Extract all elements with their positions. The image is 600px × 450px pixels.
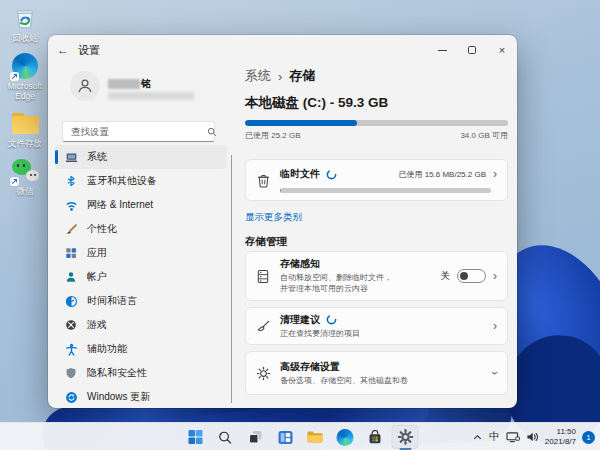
temp-files-usage: 已使用 15.6 MB/25.2 GB	[398, 169, 486, 180]
store-button[interactable]	[362, 425, 389, 449]
ime-indicator[interactable]: 中	[489, 430, 500, 444]
desktop-icon-label: 微信	[17, 187, 34, 197]
shortcut-arrow-icon	[10, 72, 19, 81]
taskbar: 中 11:50 2021/8/7 1	[0, 422, 600, 450]
disk-title: 本地磁盘 (C:) - 59.3 GB	[245, 94, 388, 112]
cleanup-desc: 正在查找要清理的项目	[280, 329, 360, 338]
volume-icon[interactable]	[526, 431, 539, 443]
scrollbar[interactable]	[231, 155, 232, 403]
storage-sense-desc-line1: 自动释放空间、删除临时文件，	[280, 273, 392, 282]
widgets-button[interactable]	[272, 425, 299, 449]
sidebar-item-bluetooth-devices[interactable]: 蓝牙和其他设备	[55, 169, 227, 193]
sidebar-item-system[interactable]: 系统	[55, 145, 227, 169]
sidebar-item-label: 网络 & Internet	[87, 198, 153, 212]
store-icon	[368, 430, 383, 445]
cleanup-recommendations-card[interactable]: 清理建议 正在查找要清理的项目 ›	[245, 307, 508, 345]
bluetooth-icon	[64, 174, 78, 188]
chevron-right-icon: ›	[493, 320, 497, 332]
breadcrumb-current: 存储	[289, 67, 315, 85]
temp-files-bar	[280, 188, 491, 193]
sidebar-item-windows-update[interactable]: Windows 更新	[55, 385, 227, 408]
storage-sense-toggle[interactable]	[457, 269, 486, 283]
advanced-storage-card[interactable]: 高级存储设置 备份选项、存储空间、其他磁盘和卷 ›	[245, 351, 508, 395]
desktop-icon-wechat[interactable]: 微信	[2, 157, 48, 197]
chevron-up-icon	[472, 432, 483, 443]
desktop-icon-label: 文件存放	[8, 139, 42, 149]
search-box[interactable]	[62, 121, 215, 142]
disk-used-label: 已使用 25.2 GB	[245, 130, 301, 141]
widgets-icon	[277, 430, 293, 445]
settings-gear-icon	[397, 429, 413, 445]
sidebar-item-accessibility[interactable]: 辅助功能	[55, 337, 227, 361]
gear-icon	[246, 366, 280, 381]
taskbar-clock[interactable]: 11:50 2021/8/7	[545, 427, 576, 448]
start-button[interactable]	[182, 425, 209, 449]
wechat-icon	[11, 157, 39, 185]
wifi-icon	[64, 198, 78, 212]
shortcut-arrow-icon	[10, 177, 19, 186]
disk-usage-fill	[245, 120, 357, 126]
sidebar-item-network[interactable]: 网络 & Internet	[55, 193, 227, 217]
breadcrumb-parent[interactable]: 系统	[245, 67, 271, 85]
accounts-icon	[64, 270, 78, 284]
trash-icon	[246, 173, 280, 188]
notification-badge[interactable]: 1	[582, 431, 595, 444]
breadcrumb: 系统 › 存储	[245, 67, 315, 85]
user-name: 铭	[108, 77, 151, 91]
advanced-desc: 备份选项、存储空间、其他磁盘和卷	[280, 376, 408, 385]
sidebar-item-apps[interactable]: 应用	[55, 241, 227, 265]
temp-files-fill	[280, 188, 281, 193]
privacy-shield-icon	[64, 366, 78, 380]
windows-logo-icon	[187, 429, 203, 445]
desktop-icon-label: 回收站	[12, 34, 38, 44]
temp-files-title: 临时文件	[280, 167, 320, 181]
sidebar-item-privacy-security[interactable]: 隐私和安全性	[55, 361, 227, 385]
task-view-button[interactable]	[242, 425, 269, 449]
search-icon	[218, 430, 233, 445]
tray-chevron-up[interactable]	[472, 432, 483, 443]
sidebar-item-label: 个性化	[87, 222, 117, 236]
network-icon[interactable]	[506, 431, 520, 443]
chevron-right-icon: ›	[493, 168, 497, 180]
storage-sense-card[interactable]: 存储感知 自动释放空间、删除临时文件， 并管理本地可用的云内容 关 ›	[245, 251, 508, 301]
chevron-down-icon: ›	[489, 371, 501, 375]
storage-sense-toggle-label: 关	[441, 270, 451, 283]
sidebar-item-label: 辅助功能	[87, 342, 127, 356]
desktop-icon-folder[interactable]: 文件存放	[2, 109, 48, 149]
sidebar-item-label: Windows 更新	[87, 390, 150, 404]
avatar[interactable]	[70, 71, 100, 101]
search-input[interactable]	[63, 126, 207, 137]
settings-taskbar-button[interactable]	[392, 425, 419, 449]
chevron-right-icon: ›	[493, 270, 497, 282]
file-explorer-button[interactable]	[302, 425, 329, 449]
file-explorer-icon	[307, 430, 324, 444]
cleanup-title: 清理建议	[280, 313, 320, 327]
sidebar-item-accounts[interactable]: 帐户	[55, 265, 227, 289]
sidebar-item-label: 帐户	[87, 270, 107, 284]
sidebar-nav: 系统 蓝牙和其他设备 网络 & Internet 个性化 应用	[55, 145, 227, 408]
show-more-categories-link[interactable]: 显示更多类别	[245, 211, 302, 224]
sidebar-item-label: 隐私和安全性	[87, 366, 147, 380]
breadcrumb-separator: ›	[278, 69, 282, 84]
edge-icon	[11, 52, 39, 80]
time-language-icon	[64, 294, 78, 308]
recycle-bin-icon	[11, 4, 39, 32]
advanced-title: 高级存储设置	[280, 360, 340, 374]
temp-files-card[interactable]: 临时文件 已使用 15.6 MB/25.2 GB ›	[245, 159, 508, 201]
back-button[interactable]: ←	[48, 43, 78, 57]
desktop-icon-recycle-bin[interactable]: 回收站	[2, 4, 48, 44]
task-view-icon	[247, 429, 263, 445]
clock-time: 11:50	[545, 427, 576, 437]
edge-icon	[337, 429, 354, 446]
disk-usage-bar	[245, 120, 508, 126]
system-icon	[64, 150, 78, 164]
desktop-icon-edge[interactable]: Microsoft Edge	[2, 52, 48, 102]
taskbar-search-button[interactable]	[212, 425, 239, 449]
loading-spinner-icon	[326, 314, 337, 325]
edge-taskbar-button[interactable]	[332, 425, 359, 449]
sidebar-item-personalization[interactable]: 个性化	[55, 217, 227, 241]
sidebar-item-gaming[interactable]: 游戏	[55, 313, 227, 337]
sidebar-item-time-language[interactable]: 时间和语言	[55, 289, 227, 313]
desktop-icons: 回收站 Microsoft Edge 文件存放	[2, 4, 48, 197]
sidebar-item-label: 游戏	[87, 318, 107, 332]
